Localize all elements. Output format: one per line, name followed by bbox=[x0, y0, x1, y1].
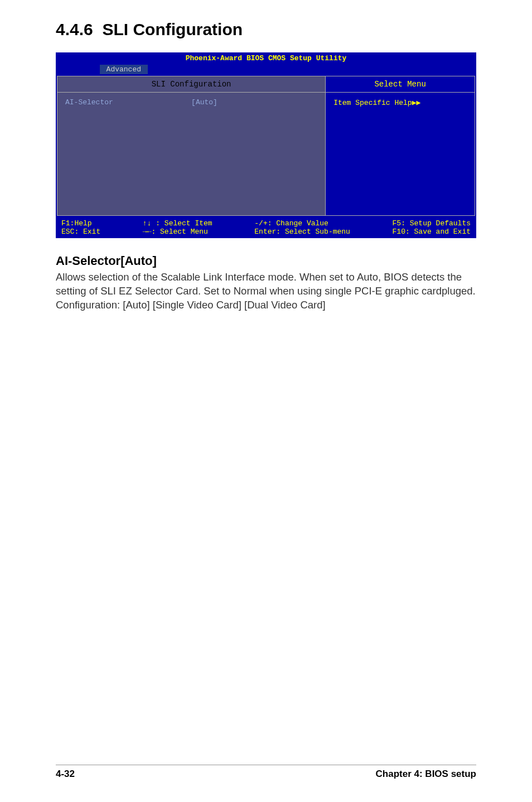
section-heading: 4.4.6 SLI Configuration bbox=[56, 20, 476, 39]
bios-left-panel: SLI Configuration AI-Selector [Auto] bbox=[57, 76, 326, 215]
menu-item-advanced[interactable]: Advanced bbox=[100, 65, 148, 74]
footer-defaults: F5: Setup Defaults bbox=[393, 219, 471, 228]
footer-select-submenu: Enter: Select Sub-menu bbox=[254, 228, 350, 236]
footer-col-3: -/+: Change Value Enter: Select Sub-menu bbox=[254, 219, 350, 236]
footer-col-4: F5: Setup Defaults F10: Save and Exit bbox=[393, 219, 471, 236]
section-title: SLI Configuration bbox=[102, 20, 243, 38]
chapter-label: Chapter 4: BIOS setup bbox=[376, 769, 476, 780]
footer-exit: ESC: Exit bbox=[61, 228, 100, 236]
body-heading: AI-Selector[Auto] bbox=[56, 254, 476, 268]
bios-title: Phoenix-Award BIOS CMOS Setup Utility bbox=[56, 52, 476, 64]
bios-content: AI-Selector [Auto] bbox=[57, 93, 325, 215]
bios-menu-bar: Advanced bbox=[56, 64, 476, 75]
help-text: Item Specific Help▶▶ bbox=[326, 93, 475, 215]
right-panel-header: Select Menu bbox=[326, 76, 475, 93]
footer-change-value: -/+: Change Value bbox=[254, 219, 328, 228]
footer-help: F1:Help bbox=[61, 219, 92, 228]
bios-window: Phoenix-Award BIOS CMOS Setup Utility Ad… bbox=[56, 52, 476, 238]
menu-spacer bbox=[56, 65, 100, 74]
footer-select-item: ↑↓ : Select Item bbox=[143, 219, 212, 228]
left-panel-header: SLI Configuration bbox=[57, 76, 325, 93]
bios-body: SLI Configuration AI-Selector [Auto] Sel… bbox=[57, 76, 475, 216]
footer-col-2: ↑↓ : Select Item →←: Select Menu bbox=[143, 219, 212, 236]
config-value: [Auto] bbox=[191, 98, 317, 107]
body-paragraph-1: Allows selection of the Scalable Link In… bbox=[56, 270, 476, 298]
bios-footer-bar: F1:Help ESC: Exit ↑↓ : Select Item →←: S… bbox=[56, 217, 476, 238]
bios-right-panel: Select Menu Item Specific Help▶▶ bbox=[326, 76, 475, 215]
config-row-ai-selector[interactable]: AI-Selector [Auto] bbox=[65, 98, 317, 107]
page-footer: 4-32 Chapter 4: BIOS setup bbox=[56, 765, 476, 780]
footer-col-1: F1:Help ESC: Exit bbox=[61, 219, 100, 236]
section-number: 4.4.6 bbox=[56, 20, 93, 38]
footer-save-exit: F10: Save and Exit bbox=[393, 228, 471, 236]
footer-select-menu: →←: Select Menu bbox=[143, 228, 208, 236]
config-label: AI-Selector bbox=[65, 98, 191, 107]
body-paragraph-2: Configuration: [Auto] [Single Video Card… bbox=[56, 298, 476, 312]
page-number: 4-32 bbox=[56, 769, 75, 780]
